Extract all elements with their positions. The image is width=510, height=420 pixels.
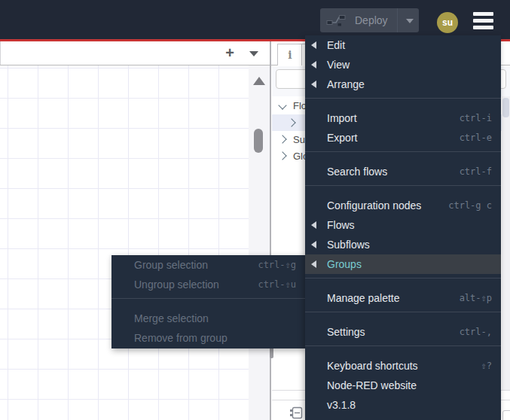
node-red-app: + i i Flo Su Glo — [0, 0, 510, 420]
menu-item-manage-palette[interactable]: Manage palette alt-⇧p — [305, 288, 501, 308]
chevron-right-icon — [278, 135, 286, 143]
menu-item-search-flows[interactable]: Search flows ctrl-f — [305, 162, 501, 181]
menu-item-groups[interactable]: Groups — [305, 254, 501, 274]
deploy-icon — [326, 14, 346, 26]
menu-item-label: Configuration nodes — [327, 199, 448, 212]
sidebar-scrollbar-fragment[interactable] — [270, 347, 273, 358]
menu-item-label: Export — [327, 132, 460, 144]
add-flow-button[interactable]: + — [221, 44, 239, 62]
menu-item-export[interactable]: Export ctrl-e — [305, 128, 501, 148]
menu-item-label: Import — [327, 112, 460, 124]
hamburger-icon — [473, 26, 493, 29]
submenu-arrow-icon — [311, 260, 316, 268]
menu-item-label: Subflows — [327, 239, 492, 251]
menu-item-shortcut: ctrl-f — [460, 166, 492, 177]
tree-scrollbar-thumb[interactable] — [502, 98, 509, 117]
deploy-button-label: Deploy — [355, 14, 388, 26]
flow-list-icon[interactable] — [249, 51, 258, 56]
submenu-arrow-icon — [311, 61, 316, 68]
menu-item-shortcut: ctrl-g c — [448, 200, 492, 211]
outline-node-icon[interactable] — [289, 406, 303, 420]
menu-item-shortcut: ⇧? — [481, 361, 492, 371]
menu-item-settings[interactable]: Settings ctrl-, — [305, 322, 501, 342]
canvas-vertical-scrollbar-track[interactable] — [249, 65, 270, 420]
user-avatar[interactable]: su — [437, 12, 458, 33]
menu-item-label: Manage palette — [327, 292, 460, 304]
menu-item-flows[interactable]: Flows — [305, 215, 501, 235]
chevron-down-icon — [278, 101, 286, 109]
menu-separator — [305, 181, 501, 196]
menu-item-arrange[interactable]: Arrange — [305, 75, 501, 94]
menu-item-shortcut: ctrl-i — [460, 113, 492, 123]
submenu-item-group-selection[interactable]: Group selection ctrl-⇧g — [111, 255, 305, 275]
menu-separator — [305, 94, 501, 108]
menu-separator — [305, 308, 501, 322]
menu-item-subflows[interactable]: Subflows — [305, 235, 501, 254]
menu-item-label: Node-RED website — [327, 379, 492, 391]
menu-item-import[interactable]: Import ctrl-i — [305, 108, 501, 128]
menu-item-shortcut: ctrl-e — [460, 132, 492, 143]
menu-item-label: Arrange — [327, 78, 492, 90]
menu-item-label: Ungroup selection — [134, 278, 258, 291]
menu-item-label: Edit — [327, 39, 492, 51]
menu-item-label: Remove from group — [134, 332, 296, 344]
menu-item-label: Search flows — [327, 166, 460, 178]
menu-item-label: View — [327, 59, 492, 71]
deploy-button-divider — [397, 8, 398, 32]
menu-item-label: Merge selection — [134, 312, 296, 324]
hamburger-icon — [473, 12, 493, 16]
chevron-right-icon — [278, 151, 286, 160]
submenu-arrow-icon — [311, 81, 316, 88]
main-menu-button[interactable] — [473, 12, 493, 29]
flow-canvas[interactable] — [0, 65, 249, 420]
menu-item-shortcut: ctrl-⇧u — [258, 279, 296, 290]
canvas-vertical-scrollbar-thumb[interactable] — [254, 129, 263, 153]
workspace-tab-edge — [0, 41, 1, 65]
menu-separator — [305, 342, 501, 356]
menu-item-version[interactable]: v3.1.8 — [305, 395, 501, 415]
sidebar-tab-info[interactable]: i — [277, 44, 303, 65]
menu-item-shortcut: ctrl-⇧g — [258, 260, 296, 270]
sidebar-splitter[interactable] — [270, 41, 271, 420]
menu-item-label: Group selection — [134, 259, 258, 271]
tree-scrollbar-track[interactable] — [502, 96, 510, 390]
hamburger-icon — [473, 19, 493, 23]
submenu-arrow-icon — [311, 241, 316, 248]
menu-item-label: v3.1.8 — [327, 399, 492, 411]
deploy-button[interactable]: Deploy — [320, 8, 419, 32]
groups-submenu: Group selection ctrl-⇧g Ungroup selectio… — [111, 255, 305, 348]
menu-item-label: Keyboard shortcuts — [327, 360, 481, 372]
menu-item-label: Flows — [327, 219, 492, 231]
menu-item-view[interactable]: View — [305, 55, 501, 75]
submenu-arrow-icon — [311, 221, 316, 229]
info-tab-icon: i — [288, 49, 292, 61]
menu-separator — [305, 274, 501, 288]
menu-item-shortcut: ctrl-, — [460, 327, 492, 337]
menu-item-node-red-website[interactable]: Node-RED website — [305, 376, 501, 395]
menu-item-edit[interactable]: Edit — [305, 35, 501, 55]
submenu-item-ungroup-selection[interactable]: Ungroup selection ctrl-⇧u — [111, 275, 305, 294]
menu-item-label: Groups — [327, 258, 492, 270]
submenu-arrow-icon — [311, 41, 316, 49]
tree-row-label: Su — [293, 134, 305, 145]
menu-item-label: Settings — [327, 326, 460, 338]
menu-separator — [305, 148, 501, 162]
deploy-caret-icon[interactable] — [406, 19, 414, 23]
header-bar: Deploy su — [0, 0, 510, 39]
main-menu: Edit View Arrange Import ctrl-i Export c… — [305, 35, 501, 420]
scroll-up-icon[interactable] — [253, 77, 265, 85]
menu-item-shortcut: alt-⇧p — [460, 293, 492, 303]
menu-separator — [111, 294, 305, 309]
sidebar-footer-button[interactable] — [502, 410, 510, 420]
submenu-item-remove-from-group[interactable]: Remove from group — [111, 328, 305, 348]
submenu-item-merge-selection[interactable]: Merge selection — [111, 309, 305, 328]
chevron-right-icon — [287, 118, 295, 126]
menu-item-configuration-nodes[interactable]: Configuration nodes ctrl-g c — [305, 196, 501, 215]
menu-item-keyboard-shortcuts[interactable]: Keyboard shortcuts ⇧? — [305, 356, 501, 376]
